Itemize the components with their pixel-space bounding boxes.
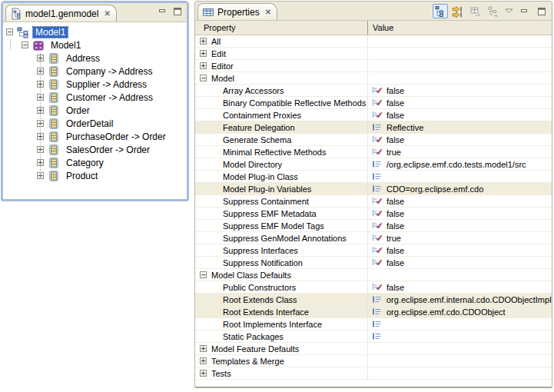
category-row[interactable]: +Templates & Merge xyxy=(195,355,552,367)
property-row[interactable]: Root Implements Interface xyxy=(195,318,552,331)
tree-item[interactable]: +Product xyxy=(3,169,187,182)
genmodel-file-icon xyxy=(10,8,22,20)
property-row[interactable]: Containment Proxiesfalse xyxy=(195,109,552,121)
expand-icon[interactable]: + xyxy=(200,370,207,377)
minimize-button[interactable] xyxy=(516,4,532,18)
property-value[interactable]: false xyxy=(386,135,404,145)
tree-item-label[interactable]: Category xyxy=(64,158,106,168)
properties-view-part: Properties ✕ Property Value +All+Edit+Ed… xyxy=(194,1,552,388)
property-row[interactable]: Minimal Reflective Methodstrue xyxy=(195,146,552,158)
property-value[interactable]: false xyxy=(386,86,404,95)
tree-item-label[interactable]: Customer -> Address xyxy=(64,92,155,103)
collapse-icon[interactable]: − xyxy=(200,271,207,278)
property-row[interactable]: Root Extends Interfaceorg.eclipse.emf.cd… xyxy=(195,306,552,318)
property-row[interactable]: Static Packages xyxy=(195,331,552,343)
property-row[interactable]: Binary Compatible Reflective Methodsfals… xyxy=(195,97,552,109)
tree-item[interactable]: +Supplier -> Address xyxy=(3,78,187,91)
tree-item-label[interactable]: SalesOrder -> Order xyxy=(64,145,152,155)
category-row[interactable]: +Model Feature Defaults xyxy=(195,343,552,355)
view-menu-icon[interactable] xyxy=(503,4,514,18)
tree-item[interactable]: +PurchaseOrder -> Order xyxy=(3,130,187,143)
property-value[interactable]: false xyxy=(386,246,404,255)
tree-item[interactable]: +Address xyxy=(3,51,187,65)
property-value[interactable]: Reflective xyxy=(386,123,423,132)
tree-item-label[interactable]: PurchaseOrder -> Order xyxy=(64,131,168,142)
tree-item-label[interactable]: OrderDetail xyxy=(64,118,115,129)
tree-item[interactable]: +Category xyxy=(3,156,187,169)
property-row[interactable]: Array Accessorsfalse xyxy=(195,85,552,97)
property-row[interactable]: Suppress GenModel Annotationstrue xyxy=(195,232,552,244)
property-row[interactable]: Model Directory/org.eclipse.emf.cdo.test… xyxy=(195,158,552,171)
tree-item-label[interactable]: Order xyxy=(64,105,92,116)
tree-item-label[interactable]: Company -> Address xyxy=(64,66,154,77)
property-row[interactable]: Suppress Notificationfalse xyxy=(195,257,552,269)
editor-tab-model1-genmodel[interactable]: model1.genmodel ✕ xyxy=(5,5,117,22)
expand-icon[interactable]: + xyxy=(200,50,207,57)
property-row[interactable]: Generate Schemafalse xyxy=(195,134,552,146)
property-row[interactable]: Public Constructorsfalse xyxy=(195,281,552,294)
column-header-value[interactable]: Value xyxy=(367,21,552,35)
property-value[interactable]: false xyxy=(386,283,404,292)
tree-item-label[interactable]: Supplier -> Address xyxy=(64,79,149,90)
property-row[interactable]: Suppress EMF Model Tagsfalse xyxy=(195,220,552,232)
tab-properties[interactable]: Properties ✕ xyxy=(197,3,277,20)
expand-icon[interactable]: + xyxy=(200,62,207,69)
property-value[interactable]: false xyxy=(386,98,404,108)
property-value[interactable]: /org.eclipse.emf.cdo.tests.model1/src xyxy=(386,160,526,169)
tree-item[interactable]: +OrderDetail xyxy=(3,117,187,130)
tree-item[interactable]: +Company -> Address xyxy=(3,65,187,78)
category-row[interactable]: +Edit xyxy=(195,48,552,60)
property-value[interactable]: false xyxy=(386,197,404,206)
tree-item[interactable]: −Model1 xyxy=(3,38,187,51)
close-icon[interactable]: ✕ xyxy=(265,8,271,16)
maximize-button[interactable] xyxy=(534,4,549,18)
property-label: Binary Compatible Reflective Methods xyxy=(223,98,366,108)
category-row[interactable]: +All xyxy=(195,35,552,48)
category-row[interactable]: +Editor xyxy=(195,60,552,72)
tree-item[interactable]: +Customer -> Address xyxy=(3,91,187,104)
tree-item-label[interactable]: Address xyxy=(64,53,102,64)
collapse-icon[interactable]: − xyxy=(200,75,207,81)
genclass-icon xyxy=(48,105,60,117)
tree-item-label[interactable]: Model1 xyxy=(48,40,83,51)
category-row[interactable]: −Model xyxy=(195,72,552,85)
close-icon[interactable]: ✕ xyxy=(104,9,110,18)
property-row[interactable]: Model Plug-in VariablesCDO=org.eclipse.e… xyxy=(195,183,552,195)
tree-item[interactable]: +SalesOrder -> Order xyxy=(3,143,187,156)
column-header-property[interactable]: Property xyxy=(195,21,367,35)
property-value[interactable]: true xyxy=(386,234,401,243)
properties-toolbar xyxy=(433,4,549,18)
property-row[interactable]: Suppress Interfacesfalse xyxy=(195,244,552,257)
property-value[interactable]: false xyxy=(386,258,404,267)
property-row[interactable]: Model Plug-in Class xyxy=(195,171,552,183)
tree-item[interactable]: −Model1 xyxy=(3,25,187,38)
maximize-icon[interactable] xyxy=(171,6,184,16)
property-value[interactable]: true xyxy=(386,148,401,157)
property-row[interactable]: Suppress Containmentfalse xyxy=(195,195,552,208)
collapse-icon[interactable]: − xyxy=(6,28,13,35)
collapse-icon[interactable]: − xyxy=(22,42,28,48)
category-row[interactable]: +Tests xyxy=(195,367,552,380)
property-value[interactable]: CDO=org.eclipse.emf.cdo xyxy=(386,184,483,194)
property-value[interactable]: false xyxy=(386,221,404,231)
property-value[interactable]: false xyxy=(386,111,404,120)
tree-mode-button[interactable] xyxy=(433,4,448,18)
tree-item-label[interactable]: Model1 xyxy=(33,27,68,38)
tree-item[interactable]: +Order xyxy=(3,104,187,117)
table-header: Property Value xyxy=(195,21,552,35)
tree-item-label[interactable]: Product xyxy=(64,171,100,181)
property-label: Suppress Containment xyxy=(223,197,309,206)
expand-icon[interactable]: + xyxy=(200,345,207,352)
minimize-icon[interactable] xyxy=(156,6,168,16)
property-value[interactable]: org.eclipse.emf.cdo.CDOObject xyxy=(386,307,506,317)
category-row[interactable]: −Model Class Defaults xyxy=(195,269,552,281)
property-row[interactable]: Root Extends Classorg.eclipse.emf.intern… xyxy=(195,294,552,306)
property-value[interactable]: org.eclipse.emf.internal.cdo.CDOObjectIm… xyxy=(386,295,552,304)
expand-icon[interactable]: + xyxy=(200,38,207,45)
boolean-value-icon xyxy=(372,234,383,242)
property-row[interactable]: Suppress EMF Metadatafalse xyxy=(195,208,552,220)
expand-icon[interactable]: + xyxy=(200,357,207,364)
show-advanced-button[interactable] xyxy=(450,4,466,18)
property-row[interactable]: Feature DelegationReflective xyxy=(195,121,552,134)
property-value[interactable]: false xyxy=(386,209,404,218)
